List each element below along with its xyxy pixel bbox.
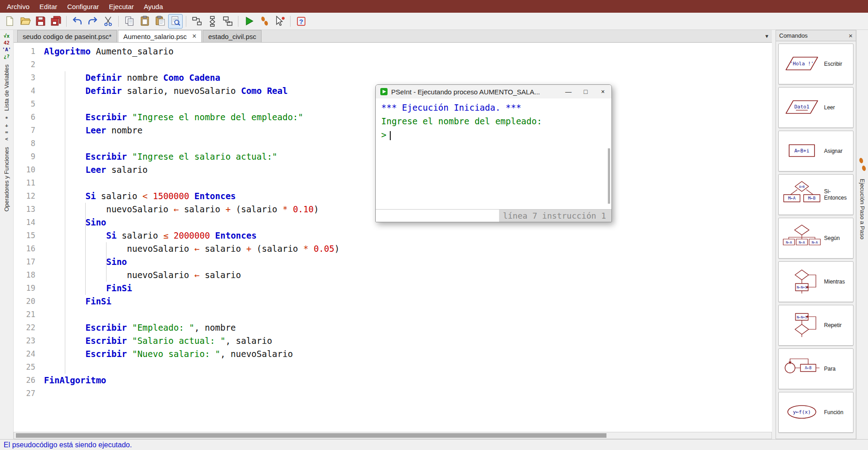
tabstrip-tabs: seudo codigo de paseint.psc*Aumento_sala… — [14, 30, 772, 42]
line-number: 19 — [14, 282, 35, 295]
tab-1[interactable]: seudo codigo de paseint.psc* — [17, 30, 117, 42]
line-text: FinAlgoritmo — [35, 374, 106, 387]
tab-label: seudo codigo de paseint.psc* — [23, 33, 112, 40]
v-scrollbar-thumb[interactable] — [608, 148, 610, 204]
new-file-button[interactable] — [2, 14, 17, 29]
console-v-scrollbar[interactable] — [607, 98, 611, 209]
line-text: Definir salario, nuevoSalario Como Real — [35, 84, 288, 98]
line-text: Escribir "Empleado: ", nombre — [35, 321, 236, 334]
commands-list: 'Hola !'EscribirDato1LeerA←B+iAsignarA>B… — [776, 41, 856, 439]
code-line-19[interactable]: 19 FinSi — [14, 282, 772, 295]
svg-text:?: ? — [299, 18, 303, 25]
svg-text:'Hola !': 'Hola !' — [790, 61, 814, 67]
undo-button[interactable] — [70, 14, 84, 29]
code-line-23[interactable]: 23 Escribir "Salario actual: ", salario — [14, 334, 772, 347]
console-window[interactable]: PSeInt - Ejecutando proceso AUMENTO_SALA… — [375, 84, 612, 222]
console-titlebar[interactable]: PSeInt - Ejecutando proceso AUMENTO_SALA… — [376, 85, 611, 98]
menu-item-ejecutar[interactable]: Ejecutar — [104, 1, 139, 12]
code-line-20[interactable]: 20 FinSi — [14, 295, 772, 308]
console-output[interactable]: *** Ejecución Iniciada. ***Ingrese el no… — [376, 98, 611, 209]
editor-h-scrollbar[interactable] — [14, 432, 772, 439]
svg-text:M←B: M←B — [808, 196, 815, 201]
code-line-3[interactable]: 3 Definir nombre Como Cadena — [14, 71, 772, 84]
run-select-button[interactable] — [272, 14, 287, 29]
flowchart-button[interactable] — [205, 14, 219, 29]
code-line-21[interactable]: 21 — [14, 308, 772, 321]
code-line-27[interactable]: 27 — [14, 387, 772, 400]
tab-list-dropdown-icon[interactable]: ▾ — [763, 33, 770, 39]
tab-close-icon[interactable]: × — [192, 33, 196, 39]
save-file-button[interactable] — [33, 14, 48, 29]
command-repetir[interactable]: N←N+1Repetir — [778, 305, 853, 346]
code-line-16[interactable]: 16 nuevoSalario ← salario + (salario * 0… — [14, 242, 772, 255]
open-file-button[interactable] — [18, 14, 32, 29]
panel-tab-ejecucion-paso-a-paso[interactable]: Ejecución Paso a Paso — [859, 179, 866, 240]
app-statusbar: El pseudocódigo está siendo ejecutado. — [0, 439, 868, 450]
pseint-window: ArchivoEditarConfigurarEjecutarAyuda ? √… — [0, 0, 868, 450]
paste-button[interactable] — [137, 14, 152, 29]
line-text: Leer salario — [35, 163, 148, 176]
paste-special-button[interactable] — [153, 14, 167, 29]
line-number: 27 — [14, 387, 35, 400]
line-text: nuevoSalario ← salario — [35, 269, 241, 282]
menu-item-configurar[interactable]: Configurar — [62, 1, 104, 12]
console-statusbar: línea 7 instrucción 1 — [376, 209, 611, 222]
command-si-entonces[interactable]: A>BM←AM←BSi-Entonces — [778, 174, 853, 215]
maximize-button[interactable]: □ — [577, 85, 594, 98]
close-button[interactable]: × — [594, 85, 611, 98]
menu-item-editar[interactable]: Editar — [34, 1, 62, 12]
h-scrollbar-thumb[interactable] — [16, 433, 606, 438]
command-para[interactable]: A←BPara — [778, 348, 853, 389]
command-escribir[interactable]: 'Hola !'Escribir — [778, 44, 853, 84]
command-asignar[interactable]: A←B+iAsignar — [778, 131, 853, 171]
code-line-25[interactable]: 25 — [14, 361, 772, 374]
help-icon: ? — [296, 15, 307, 27]
svg-text:A←B+i: A←B+i — [794, 148, 809, 154]
help-button[interactable]: ? — [294, 14, 308, 29]
run-step-button[interactable] — [257, 14, 272, 29]
strip-glyph: < — [5, 136, 8, 142]
code-line-24[interactable]: 24 Escribir "Nuevo salario: ", nuevoSala… — [14, 347, 772, 361]
minimize-button[interactable]: — — [560, 85, 577, 98]
line-text: Definir nombre Como Cadena — [35, 71, 220, 84]
tabstrip: seudo codigo de paseint.psc*Aumento_sala… — [14, 30, 772, 43]
command-funcion[interactable]: y←f(x)Función — [778, 392, 853, 433]
code-line-26[interactable]: 26FinAlgoritmo — [14, 374, 772, 387]
funcion-flowchart-icon: y←f(x) — [780, 398, 824, 427]
save-all-button[interactable] — [48, 14, 63, 29]
menu-item-ayuda[interactable]: Ayuda — [139, 1, 168, 12]
code-line-2[interactable]: 2 — [14, 58, 772, 71]
commands-close-icon[interactable]: × — [849, 32, 853, 39]
code-line-18[interactable]: 18 nuevoSalario ← salario — [14, 269, 772, 282]
panel-tab-operadores-y-funciones[interactable]: Operadores y Funciones — [3, 147, 10, 211]
panel-tab-lista-de-variables[interactable]: Lista de Variables — [3, 64, 10, 111]
undo-icon — [72, 15, 83, 27]
copy-button[interactable] — [122, 14, 136, 29]
syntax-check-button[interactable] — [189, 14, 204, 29]
tab-2[interactable]: Aumento_salario.psc× — [118, 30, 202, 42]
export-flowchart-button[interactable] — [220, 14, 235, 29]
code-line-17[interactable]: 17 Sino — [14, 255, 772, 269]
code-line-1[interactable]: 1Algoritmo Aumento_salario — [14, 45, 772, 58]
redo-button[interactable] — [85, 14, 100, 29]
run-button[interactable] — [242, 14, 256, 29]
command-segun[interactable]: N←AN←AN←ASegún — [778, 218, 853, 259]
si-entonces-flowchart-icon: A>BM←AM←B — [780, 180, 824, 209]
console-title-text: PSeInt - Ejecutando proceso AUMENTO_SALA… — [391, 88, 560, 96]
line-number: 17 — [14, 255, 35, 269]
line-number: 6 — [14, 111, 35, 124]
code-line-22[interactable]: 22 Escribir "Empleado: ", nombre — [14, 321, 772, 334]
command-mientras[interactable]: N←N+1Mientras — [778, 261, 853, 302]
command-leer[interactable]: Dato1Leer — [778, 87, 853, 128]
menu-item-archivo[interactable]: Archivo — [2, 1, 34, 12]
line-text — [35, 98, 44, 111]
line-number: 10 — [14, 163, 35, 176]
line-number: 14 — [14, 216, 35, 229]
console-status-spacer — [376, 210, 499, 222]
line-number: 18 — [14, 269, 35, 282]
find-button[interactable] — [168, 14, 183, 29]
code-line-15[interactable]: 15 Si salario ≤ 2000000 Entonces — [14, 229, 772, 242]
tab-3[interactable]: estado_civil.psc — [203, 30, 262, 42]
cut-button[interactable] — [101, 14, 115, 29]
paste-icon — [139, 15, 150, 27]
